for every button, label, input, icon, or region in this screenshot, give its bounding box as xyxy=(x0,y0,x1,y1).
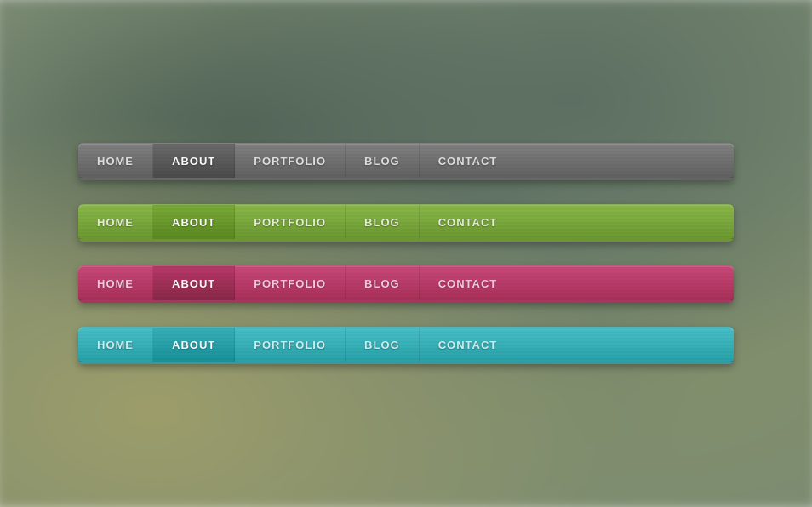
nav-gray-about[interactable]: ABOUT xyxy=(153,144,235,178)
nav-pink-portfolio[interactable]: PORTFOLIO xyxy=(235,266,346,300)
nav-gray-contact[interactable]: CONTACT xyxy=(420,144,517,178)
navbar-pink: HOME ABOUT PORTFOLIO BLOG CONTACT xyxy=(78,265,734,303)
nav-green-portfolio[interactable]: PORTFOLIO xyxy=(235,205,346,239)
navbar-gray: HOME ABOUT PORTFOLIO BLOG CONTACT xyxy=(78,143,734,180)
nav-green-contact[interactable]: CONTACT xyxy=(420,205,517,239)
nav-green-blog[interactable]: BLOG xyxy=(346,205,420,239)
nav-pink-about[interactable]: ABOUT xyxy=(153,266,235,300)
nav-green-about[interactable]: ABOUT xyxy=(153,205,235,239)
navbar-green: HOME ABOUT PORTFOLIO BLOG CONTACT xyxy=(78,204,734,242)
nav-green-home[interactable]: HOME xyxy=(78,205,153,239)
navbar-teal: HOME ABOUT PORTFOLIO BLOG CONTACT xyxy=(78,327,734,364)
nav-pink-blog[interactable]: BLOG xyxy=(346,266,420,300)
main-content: HOME ABOUT PORTFOLIO BLOG CONTACT HOME A… xyxy=(0,0,812,507)
nav-teal-home[interactable]: HOME xyxy=(78,328,153,362)
nav-pink-home[interactable]: HOME xyxy=(78,266,153,300)
nav-gray-portfolio[interactable]: PORTFOLIO xyxy=(235,144,346,178)
nav-pink-contact[interactable]: CONTACT xyxy=(420,266,517,300)
nav-teal-portfolio[interactable]: PORTFOLIO xyxy=(235,328,346,362)
nav-gray-home[interactable]: HOME xyxy=(78,144,153,178)
nav-gray-blog[interactable]: BLOG xyxy=(346,144,420,178)
nav-teal-blog[interactable]: BLOG xyxy=(346,328,420,362)
nav-teal-contact[interactable]: CONTACT xyxy=(420,328,517,362)
nav-teal-about[interactable]: ABOUT xyxy=(153,328,235,362)
